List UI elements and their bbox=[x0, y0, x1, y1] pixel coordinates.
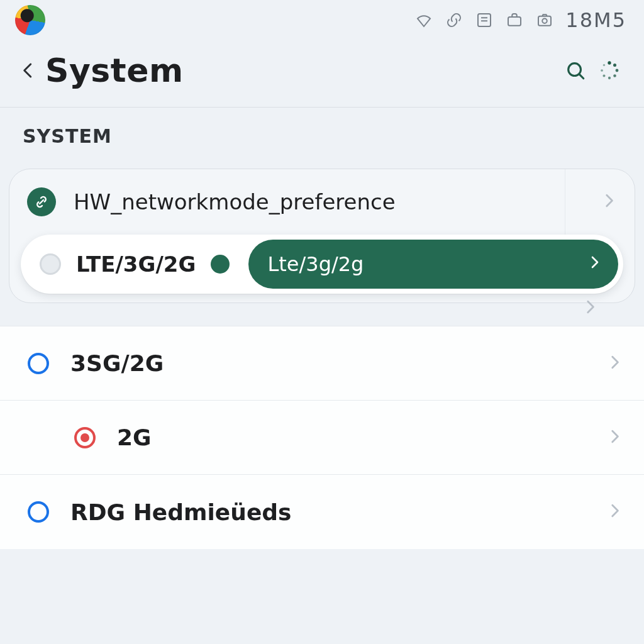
camera-icon bbox=[535, 11, 554, 30]
svg-rect-4 bbox=[538, 16, 551, 26]
pref-row-network-mode[interactable]: HW_networkmode_preference bbox=[9, 169, 635, 235]
card-icon bbox=[475, 11, 494, 30]
chevron-right-icon bbox=[606, 427, 623, 448]
selected-dot-icon bbox=[211, 255, 230, 274]
link-icon bbox=[445, 11, 464, 30]
chevron-right-icon bbox=[606, 353, 623, 374]
svg-point-13 bbox=[602, 75, 605, 77]
network-mode-selected-label: Lte/3g/2g bbox=[267, 252, 364, 276]
network-mode-group: HW_networkmode_preference LTE/3G/2G Lte/… bbox=[9, 169, 635, 303]
status-bar: 18M5 bbox=[0, 0, 644, 40]
svg-line-7 bbox=[579, 74, 584, 79]
search-button[interactable] bbox=[558, 53, 592, 87]
loading-spinner-icon bbox=[592, 53, 626, 87]
page-title: System bbox=[45, 52, 184, 89]
page-header: System bbox=[0, 40, 644, 107]
section-label: SYSTEM bbox=[0, 108, 644, 169]
chevron-right-icon bbox=[606, 501, 623, 523]
svg-point-11 bbox=[613, 74, 616, 77]
option-row[interactable]: 3SG/2G bbox=[0, 326, 644, 401]
pref-row-title: HW_networkmode_preference bbox=[74, 189, 396, 214]
network-mode-left-label: LTE/3G/2G bbox=[76, 252, 196, 277]
back-button[interactable] bbox=[11, 53, 45, 87]
link-round-icon bbox=[27, 187, 56, 216]
radio-ring-icon bbox=[28, 501, 49, 523]
option-label: 2G bbox=[117, 425, 152, 450]
svg-point-9 bbox=[613, 64, 616, 67]
svg-point-12 bbox=[608, 77, 611, 79]
svg-point-5 bbox=[543, 19, 548, 24]
svg-point-15 bbox=[603, 64, 605, 66]
app-logo-icon bbox=[15, 5, 45, 35]
option-label: 3SG/2G bbox=[70, 350, 164, 376]
network-mode-options: 3SG/2G 2G RDG Hedmieüeds bbox=[0, 326, 644, 549]
wifi-icon bbox=[414, 11, 433, 30]
status-clock: 18M5 bbox=[565, 8, 626, 32]
network-mode-selector[interactable]: LTE/3G/2G Lte/3g/2g bbox=[21, 235, 623, 294]
chevron-right-icon bbox=[587, 252, 602, 276]
divider-vertical bbox=[565, 169, 565, 235]
svg-point-10 bbox=[616, 69, 619, 72]
svg-rect-3 bbox=[508, 17, 521, 26]
chevron-right-icon bbox=[582, 297, 598, 319]
radio-ring-icon bbox=[74, 427, 96, 448]
section-system: SYSTEM HW_networkmode_preference LTE/3G/… bbox=[0, 107, 644, 549]
option-label: RDG Hedmieüeds bbox=[70, 499, 292, 525]
svg-rect-0 bbox=[478, 14, 491, 26]
option-row[interactable]: RDG Hedmieüeds bbox=[0, 475, 644, 549]
chevron-right-icon bbox=[601, 191, 617, 213]
briefcase-icon bbox=[505, 11, 524, 30]
network-mode-selected-pill[interactable]: Lte/3g/2g bbox=[248, 240, 618, 289]
option-row[interactable]: 2G bbox=[0, 401, 644, 475]
radio-ring-icon bbox=[28, 353, 49, 374]
svg-point-14 bbox=[601, 69, 603, 72]
radio-unselected-icon bbox=[40, 253, 61, 275]
svg-point-8 bbox=[608, 61, 611, 64]
